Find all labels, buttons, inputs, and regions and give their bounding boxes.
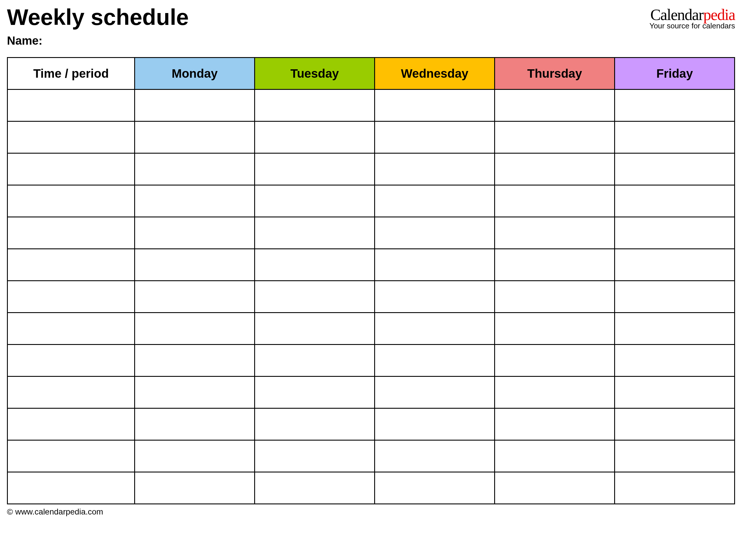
schedule-cell[interactable] [495, 345, 615, 376]
schedule-cell[interactable] [135, 249, 255, 281]
schedule-cell[interactable] [135, 217, 255, 249]
schedule-cell[interactable] [495, 440, 615, 472]
schedule-cell[interactable] [375, 313, 495, 345]
schedule-cell[interactable] [615, 345, 735, 376]
schedule-cell[interactable] [135, 345, 255, 376]
schedule-cell[interactable] [135, 472, 255, 504]
schedule-cell[interactable] [135, 281, 255, 313]
schedule-cell[interactable] [495, 313, 615, 345]
schedule-cell[interactable] [135, 90, 255, 121]
schedule-cell[interactable] [135, 121, 255, 153]
schedule-page: Weekly schedule Name: Calendarpedia Your… [7, 6, 735, 516]
schedule-cell[interactable] [255, 345, 375, 376]
schedule-cell[interactable] [615, 440, 735, 472]
time-cell[interactable] [7, 472, 135, 504]
time-cell[interactable] [7, 185, 135, 217]
schedule-cell[interactable] [615, 376, 735, 408]
time-cell[interactable] [7, 345, 135, 376]
time-cell[interactable] [7, 217, 135, 249]
schedule-cell[interactable] [375, 376, 495, 408]
schedule-cell[interactable] [255, 217, 375, 249]
schedule-cell[interactable] [615, 153, 735, 185]
day-header-monday: Monday [135, 58, 255, 90]
schedule-cell[interactable] [255, 376, 375, 408]
schedule-cell[interactable] [615, 408, 735, 440]
schedule-cell[interactable] [255, 472, 375, 504]
schedule-cell[interactable] [255, 153, 375, 185]
schedule-cell[interactable] [375, 249, 495, 281]
schedule-cell[interactable] [615, 281, 735, 313]
brand-name: Calendarpedia [649, 7, 735, 22]
time-cell[interactable] [7, 440, 135, 472]
table-row [7, 376, 735, 408]
time-cell[interactable] [7, 121, 135, 153]
table-row [7, 217, 735, 249]
schedule-cell[interactable] [375, 408, 495, 440]
schedule-cell[interactable] [615, 217, 735, 249]
schedule-cell[interactable] [495, 408, 615, 440]
schedule-cell[interactable] [375, 90, 495, 121]
table-row [7, 90, 735, 121]
schedule-cell[interactable] [615, 90, 735, 121]
schedule-cell[interactable] [255, 281, 375, 313]
day-header-wednesday: Wednesday [375, 58, 495, 90]
schedule-table: Time / period Monday Tuesday Wednesday T… [7, 57, 735, 504]
schedule-body [7, 90, 735, 504]
schedule-cell[interactable] [495, 217, 615, 249]
schedule-cell[interactable] [255, 249, 375, 281]
schedule-cell[interactable] [255, 440, 375, 472]
table-row [7, 249, 735, 281]
schedule-cell[interactable] [255, 313, 375, 345]
schedule-cell[interactable] [255, 185, 375, 217]
table-row [7, 408, 735, 440]
schedule-cell[interactable] [135, 408, 255, 440]
schedule-cell[interactable] [135, 153, 255, 185]
table-row [7, 153, 735, 185]
schedule-cell[interactable] [615, 185, 735, 217]
header-left: Weekly schedule Name: [7, 6, 649, 55]
schedule-cell[interactable] [615, 313, 735, 345]
schedule-cell[interactable] [495, 281, 615, 313]
time-cell[interactable] [7, 281, 135, 313]
schedule-cell[interactable] [375, 440, 495, 472]
schedule-cell[interactable] [135, 313, 255, 345]
day-header-tuesday: Tuesday [255, 58, 375, 90]
table-row [7, 313, 735, 345]
schedule-cell[interactable] [135, 376, 255, 408]
schedule-cell[interactable] [375, 217, 495, 249]
schedule-cell[interactable] [615, 472, 735, 504]
schedule-cell[interactable] [135, 185, 255, 217]
brand-part1: Calendar [650, 6, 703, 23]
schedule-cell[interactable] [615, 249, 735, 281]
schedule-cell[interactable] [495, 153, 615, 185]
time-cell[interactable] [7, 408, 135, 440]
schedule-cell[interactable] [375, 121, 495, 153]
table-row [7, 281, 735, 313]
brand-tagline: Your source for calendars [649, 21, 735, 31]
time-cell[interactable] [7, 153, 135, 185]
schedule-cell[interactable] [375, 281, 495, 313]
schedule-cell[interactable] [495, 376, 615, 408]
time-cell[interactable] [7, 313, 135, 345]
schedule-cell[interactable] [375, 472, 495, 504]
time-cell[interactable] [7, 249, 135, 281]
schedule-cell[interactable] [495, 121, 615, 153]
schedule-cell[interactable] [375, 153, 495, 185]
schedule-cell[interactable] [615, 121, 735, 153]
schedule-cell[interactable] [495, 249, 615, 281]
schedule-cell[interactable] [375, 345, 495, 376]
schedule-cell[interactable] [255, 121, 375, 153]
schedule-cell[interactable] [495, 185, 615, 217]
schedule-cell[interactable] [495, 472, 615, 504]
schedule-cell[interactable] [135, 440, 255, 472]
time-header: Time / period [7, 58, 135, 90]
schedule-cell[interactable] [375, 185, 495, 217]
time-cell[interactable] [7, 376, 135, 408]
table-row [7, 121, 735, 153]
schedule-cell[interactable] [255, 408, 375, 440]
table-row [7, 185, 735, 217]
time-cell[interactable] [7, 90, 135, 121]
schedule-cell[interactable] [495, 90, 615, 121]
day-header-friday: Friday [615, 58, 735, 90]
schedule-cell[interactable] [255, 90, 375, 121]
